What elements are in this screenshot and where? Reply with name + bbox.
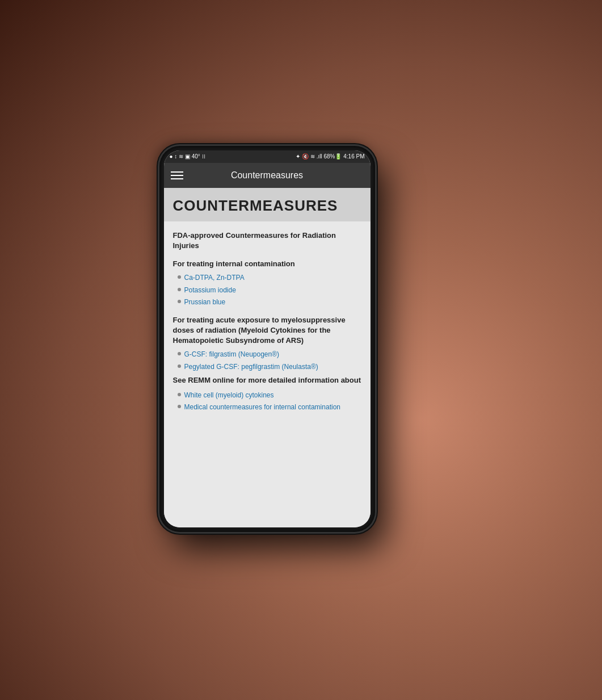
phone-device: ● ↕ ≋ ▣ 40° ⁞⁞ ✦ 🔇 ≋ .ıll 68%🔋 4:16 PM C… [159,146,375,532]
hamburger-line-1 [171,171,183,173]
remm-heading: See REMM online for more detailed inform… [173,375,361,385]
hamburger-line-2 [171,175,183,176]
content-area[interactable]: FDA-approved Countermeasures for Radiati… [164,221,371,527]
list-item-gcsf[interactable]: G-CSF: filgrastim (Neupogen®) [178,350,361,359]
subsection-myelosuppressive: For treating acute exposure to myelosupp… [173,315,361,372]
white-cell-link[interactable]: White cell (myeloid) cytokines [184,391,274,400]
pegylated-gcsf-link[interactable]: Pegylated G-CSF: pegfilgrastim (Neulasta… [184,363,318,372]
list-item-medical-countermeasures[interactable]: Medical countermeasures for internal con… [178,403,361,412]
app-header-title: Countermeasures [192,170,342,181]
page-title-section: COUNTERMEASURES [164,188,371,221]
potassium-iodide-link[interactable]: Potassium iodide [184,286,236,295]
bullet-dot [178,393,181,396]
bullet-dot [178,364,181,368]
ca-dtpa-link[interactable]: Ca-DTPA, Zn-DTPA [184,274,245,283]
list-item-potassium-iodide[interactable]: Potassium iodide [178,286,361,295]
remm-list: White cell (myeloid) cytokines Medical c… [173,391,361,412]
prussian-blue-link[interactable]: Prussian blue [184,298,226,307]
hamburger-line-3 [171,178,183,179]
status-bar: ● ↕ ≋ ▣ 40° ⁞⁞ ✦ 🔇 ≋ .ıll 68%🔋 4:16 PM [164,150,371,163]
status-right-text: ✦ 🔇 ≋ .ıll 68%🔋 4:16 PM [296,153,364,160]
hamburger-menu-button[interactable] [171,171,183,179]
app-header: Countermeasures [164,163,371,188]
internal-contamination-heading: For treating internal contamination [173,259,361,269]
internal-contamination-list: Ca-DTPA, Zn-DTPA Potassium iodide Prussi… [173,274,361,307]
status-right-icons: ✦ 🔇 ≋ .ıll 68%🔋 4:16 PM [296,153,364,160]
bullet-dot [178,300,181,303]
bullet-dot [178,288,181,291]
phone-screen: ● ↕ ≋ ▣ 40° ⁞⁞ ✦ 🔇 ≋ .ıll 68%🔋 4:16 PM C… [164,150,371,527]
bullet-dot [178,275,181,279]
list-item-pegylated-gcsf[interactable]: Pegylated G-CSF: pegfilgrastim (Neulasta… [178,363,361,372]
list-item-white-cell[interactable]: White cell (myeloid) cytokines [178,391,361,400]
myelosuppressive-list: G-CSF: filgrastim (Neupogen®) Pegylated … [173,350,361,371]
bullet-dot [178,405,181,408]
section-remm: See REMM online for more detailed inform… [173,375,361,412]
list-item-prussian-blue[interactable]: Prussian blue [178,298,361,307]
list-item-ca-dtpa[interactable]: Ca-DTPA, Zn-DTPA [178,274,361,283]
status-left-text: ● ↕ ≋ ▣ 40° ⁞⁞ [170,153,205,160]
myelosuppressive-heading: For treating acute exposure to myelosupp… [173,315,361,346]
subsection-internal-contamination: For treating internal contamination Ca-D… [173,259,361,307]
status-left-icons: ● ↕ ≋ ▣ 40° ⁞⁞ [170,153,205,160]
page-title: COUNTERMEASURES [173,197,361,215]
fda-heading: FDA-approved Countermeasures for Radiati… [173,230,361,251]
medical-countermeasures-link[interactable]: Medical countermeasures for internal con… [184,403,340,412]
gcsf-link[interactable]: G-CSF: filgrastim (Neupogen®) [184,350,280,359]
bullet-dot [178,352,181,355]
section-fda-approved: FDA-approved Countermeasures for Radiati… [173,230,361,372]
